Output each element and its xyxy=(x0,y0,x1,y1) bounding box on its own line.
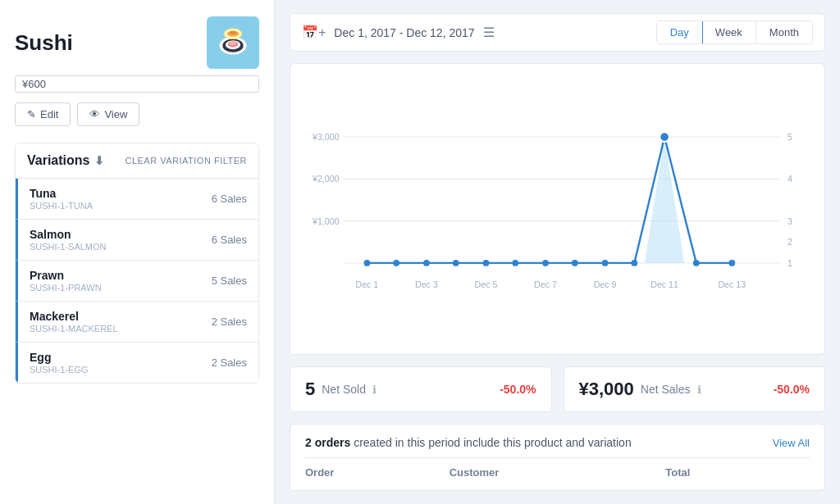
net-sales-value: ¥3,000 xyxy=(579,379,634,400)
date-left: 📅+ Dec 1, 2017 - Dec 12, 2017 ☰ xyxy=(302,25,495,40)
variation-left: Salmon SUSHI-1-SALMON xyxy=(30,228,107,252)
orders-header: 2 orders created in this period include … xyxy=(305,436,810,449)
period-btn-month[interactable]: Month xyxy=(756,21,812,43)
svg-point-39 xyxy=(660,132,669,142)
orders-table-header: Order Customer Total xyxy=(305,457,810,479)
svg-text:4: 4 xyxy=(788,174,792,184)
svg-text:2: 2 xyxy=(788,237,792,247)
variations-section: Variations ⬇ CLEAR VARIATION FILTER Tuna… xyxy=(15,143,259,384)
svg-point-40 xyxy=(693,260,700,266)
col-customer-header: Customer xyxy=(450,466,666,479)
variation-sku: SUSHI-1-SALMON xyxy=(30,242,107,252)
svg-text:Dec 1: Dec 1 xyxy=(355,279,378,289)
svg-text:Dec 3: Dec 3 xyxy=(415,279,438,289)
product-header: Sushi xyxy=(15,16,259,69)
orders-title: 2 orders created in this period include … xyxy=(305,436,632,449)
variation-left: Egg SUSHI-1-EGG xyxy=(30,351,89,375)
variation-item[interactable]: Egg SUSHI-1-EGG 2 Sales xyxy=(16,343,258,383)
orders-description: created in this period include this prod… xyxy=(354,436,632,449)
variation-name: Egg xyxy=(30,351,89,364)
net-sales-label: Net Sales xyxy=(641,383,691,396)
eye-icon: 👁 xyxy=(89,108,100,120)
edit-icon: ✎ xyxy=(27,108,36,120)
clear-variation-filter[interactable]: CLEAR VARIATION FILTER xyxy=(125,156,247,166)
action-buttons: ✎ Edit 👁 View xyxy=(15,102,259,126)
svg-point-32 xyxy=(453,260,459,266)
edit-button[interactable]: ✎ Edit xyxy=(15,102,71,126)
variation-sales: 6 Sales xyxy=(212,234,247,246)
svg-point-5 xyxy=(229,42,236,46)
variation-sales: 6 Sales xyxy=(212,193,247,205)
variation-name: Tuna xyxy=(30,187,93,200)
svg-text:Dec 7: Dec 7 xyxy=(534,279,557,289)
svg-point-41 xyxy=(728,260,735,266)
net-sold-value: 5 xyxy=(305,379,315,400)
variation-list: Tuna SUSHI-1-TUNA 6 Sales Salmon SUSHI-1… xyxy=(16,179,258,383)
stats-row: 5 Net Sold ℹ -50.0% ¥3,000 Net Sales ℹ -… xyxy=(290,366,825,412)
calendar-icon[interactable]: 📅+ xyxy=(302,25,326,40)
variation-item[interactable]: Prawn SUSHI-1-PRAWN 5 Sales xyxy=(16,261,258,302)
product-image xyxy=(207,16,259,69)
svg-point-30 xyxy=(393,260,399,266)
chart-container: ¥3,000 ¥2,000 ¥1,000 5 4 3 2 1 Dec 1 Dec… xyxy=(290,63,825,355)
svg-text:Dec 5: Dec 5 xyxy=(475,279,498,289)
variation-sku: SUSHI-1-MACKEREL xyxy=(30,324,118,334)
product-title: Sushi xyxy=(15,30,73,56)
variation-left: Tuna SUSHI-1-TUNA xyxy=(30,187,93,211)
download-icon: ⬇ xyxy=(94,154,104,167)
svg-point-8 xyxy=(229,31,236,35)
variation-left: Mackerel SUSHI-1-MACKEREL xyxy=(30,310,118,334)
svg-point-29 xyxy=(364,260,371,266)
net-sold-change: -50.0% xyxy=(500,383,536,396)
variation-sales: 2 Sales xyxy=(212,316,247,328)
price-badge: ¥600 xyxy=(15,75,259,93)
variation-item[interactable]: Tuna SUSHI-1-TUNA 6 Sales xyxy=(16,179,258,220)
date-range-text: Dec 1, 2017 - Dec 12, 2017 xyxy=(334,26,474,39)
variation-name: Salmon xyxy=(30,228,107,241)
svg-point-33 xyxy=(483,260,490,266)
svg-text:1: 1 xyxy=(788,258,792,268)
view-button[interactable]: 👁 View xyxy=(77,102,139,126)
date-range-bar: 📅+ Dec 1, 2017 - Dec 12, 2017 ☰ DayWeekM… xyxy=(290,13,825,52)
variation-item[interactable]: Mackerel SUSHI-1-MACKEREL 2 Sales xyxy=(16,302,258,343)
variations-title: Variations ⬇ xyxy=(27,153,104,168)
variation-sku: SUSHI-1-TUNA xyxy=(30,201,93,211)
net-sold-card: 5 Net Sold ℹ -50.0% xyxy=(290,366,552,412)
orders-count: 2 orders xyxy=(305,436,350,449)
svg-point-37 xyxy=(602,260,609,266)
svg-text:Dec 13: Dec 13 xyxy=(718,279,746,289)
svg-text:5: 5 xyxy=(788,132,792,142)
svg-marker-28 xyxy=(645,137,684,263)
svg-text:¥2,000: ¥2,000 xyxy=(312,174,340,184)
net-sales-card: ¥3,000 Net Sales ℹ -50.0% xyxy=(564,366,826,412)
svg-text:Dec 9: Dec 9 xyxy=(594,279,617,289)
col-order-header: Order xyxy=(305,466,450,479)
left-panel: Sushi ¥600 ✎ Edit xyxy=(0,0,275,504)
variation-name: Prawn xyxy=(30,269,102,282)
right-panel: 📅+ Dec 1, 2017 - Dec 12, 2017 ☰ DayWeekM… xyxy=(275,0,840,504)
svg-point-35 xyxy=(542,260,549,266)
variation-sku: SUSHI-1-EGG xyxy=(30,365,89,375)
net-sold-label: Net Sold xyxy=(322,383,366,396)
period-btn-day[interactable]: Day xyxy=(656,20,703,44)
col-total-header: Total xyxy=(665,466,810,479)
svg-text:¥1,000: ¥1,000 xyxy=(312,216,340,226)
variations-header: Variations ⬇ CLEAR VARIATION FILTER xyxy=(16,143,258,179)
svg-point-34 xyxy=(512,260,518,266)
date-menu-icon[interactable]: ☰ xyxy=(483,25,495,40)
variation-left: Prawn SUSHI-1-PRAWN xyxy=(30,269,102,293)
net-sales-info-icon[interactable]: ℹ xyxy=(697,384,701,396)
svg-text:3: 3 xyxy=(788,216,792,226)
period-btn-week[interactable]: Week xyxy=(702,21,756,43)
svg-point-31 xyxy=(423,260,430,266)
sales-chart: ¥3,000 ¥2,000 ¥1,000 5 4 3 2 1 Dec 1 Dec… xyxy=(304,77,811,347)
variation-sku: SUSHI-1-PRAWN xyxy=(30,283,102,293)
net-sold-info-icon[interactable]: ℹ xyxy=(372,384,377,396)
sushi-image-icon xyxy=(209,19,257,66)
variation-sales: 5 Sales xyxy=(212,275,247,287)
view-all-link[interactable]: View All xyxy=(773,437,810,449)
net-sales-change: -50.0% xyxy=(774,383,810,396)
svg-text:¥3,000: ¥3,000 xyxy=(312,132,340,142)
period-buttons: DayWeekMonth xyxy=(656,20,813,44)
variation-item[interactable]: Salmon SUSHI-1-SALMON 6 Sales xyxy=(16,220,258,261)
